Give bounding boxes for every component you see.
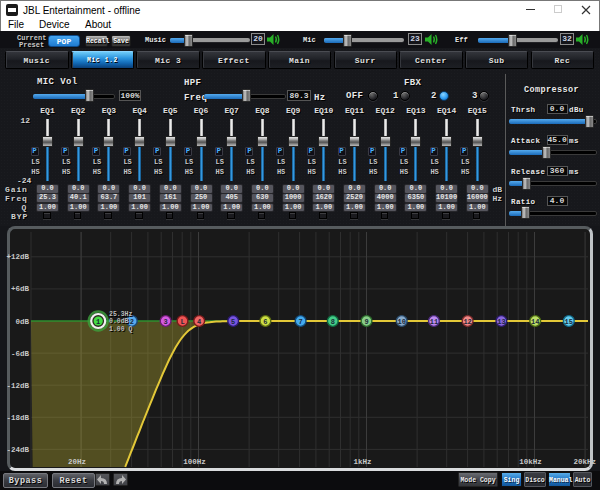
svg-text:3: 3 <box>163 318 167 326</box>
svg-text:13: 13 <box>497 318 505 326</box>
svg-text:9: 9 <box>364 318 368 326</box>
svg-text:20kHz: 20kHz <box>573 458 596 466</box>
svg-text:12: 12 <box>463 318 471 326</box>
svg-text:11: 11 <box>430 318 438 326</box>
svg-text:-18dB: -18dB <box>6 414 29 422</box>
svg-text:1.00 Q: 1.00 Q <box>109 326 133 333</box>
svg-text:+6dB: +6dB <box>11 285 30 293</box>
svg-text:10: 10 <box>397 318 405 326</box>
svg-text:14: 14 <box>531 318 539 326</box>
svg-text:7: 7 <box>298 318 302 326</box>
svg-text:1kHz: 1kHz <box>353 458 371 466</box>
svg-text:-24dB: -24dB <box>6 446 29 454</box>
svg-text:0.0dB: 0.0dB <box>109 318 129 325</box>
svg-text:10kHz: 10kHz <box>519 458 542 466</box>
svg-text:5: 5 <box>231 318 235 326</box>
svg-text:6: 6 <box>263 318 267 326</box>
svg-text:0dB: 0dB <box>15 318 29 326</box>
svg-text:-12dB: -12dB <box>6 382 29 390</box>
svg-text:L: L <box>180 318 184 326</box>
svg-text:4: 4 <box>197 318 201 326</box>
svg-text:1: 1 <box>96 318 100 326</box>
svg-text:8: 8 <box>331 318 335 326</box>
svg-text:25.3Hz: 25.3Hz <box>109 311 133 318</box>
svg-text:+12dB: +12dB <box>6 253 29 261</box>
svg-text:100Hz: 100Hz <box>183 458 206 466</box>
svg-text:15: 15 <box>565 318 573 326</box>
svg-text:20Hz: 20Hz <box>68 458 86 466</box>
svg-text:-6dB: -6dB <box>11 350 30 358</box>
